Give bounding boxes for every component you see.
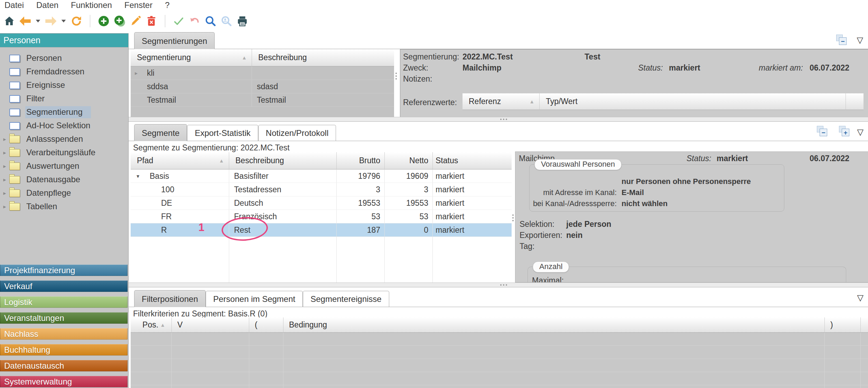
module-projektfinanzierung[interactable]: Projektfinanzierung bbox=[0, 265, 128, 276]
back-icon[interactable] bbox=[17, 14, 33, 28]
add-icon[interactable] bbox=[96, 14, 112, 28]
horizontal-splitter[interactable] bbox=[129, 117, 868, 122]
tab-segmentierungen[interactable]: Segmentierungen bbox=[134, 32, 215, 49]
menu-daten[interactable]: Daten bbox=[36, 0, 58, 10]
column-header-netto[interactable]: Netto bbox=[385, 152, 433, 169]
folder-icon bbox=[9, 163, 20, 170]
exportieren-value: nein bbox=[566, 231, 582, 240]
expand-icon[interactable]: ▸ bbox=[0, 190, 9, 196]
segmentierungen-table: Segmentierung▲ Beschreibung ▸kli sddsa s… bbox=[131, 49, 394, 117]
horizontal-splitter[interactable] bbox=[129, 283, 868, 287]
folder-icon bbox=[9, 190, 20, 197]
expand-icon[interactable]: ▸ bbox=[0, 176, 9, 183]
panel-splitter-handle[interactable] bbox=[512, 214, 514, 221]
forward-history-dropdown-icon[interactable] bbox=[62, 20, 66, 22]
sperre-value: nicht wählen bbox=[622, 199, 668, 208]
module-verkauf[interactable]: Verkauf bbox=[0, 280, 128, 292]
module-datenaustausch[interactable]: Datenaustausch bbox=[0, 360, 128, 371]
column-header-brutto[interactable]: Brutto bbox=[337, 152, 385, 169]
segment-row-100[interactable]: 100 Testadressen 3 3 markiert bbox=[131, 183, 512, 196]
sidebar-item-verarbeitungslaeufe[interactable]: ▸Verarbeitungsläufe bbox=[0, 146, 128, 159]
tab-personen-im-segment[interactable]: Personen im Segment bbox=[206, 291, 303, 307]
sidebar-item-anlassspenden[interactable]: ▸Anlassspenden bbox=[0, 132, 128, 146]
segment-row-fr[interactable]: FR Französisch 53 53 markiert bbox=[131, 210, 512, 223]
splitter-handle[interactable] bbox=[500, 119, 507, 120]
home-icon[interactable] bbox=[1, 14, 17, 28]
expand-icon[interactable]: ▸ bbox=[0, 149, 9, 156]
column-header-close-paren[interactable]: ) bbox=[825, 317, 861, 333]
sort-asc-icon: ▲ bbox=[160, 322, 165, 328]
menu-fenster[interactable]: Fenster bbox=[124, 0, 152, 10]
table-row[interactable]: ▸kli bbox=[131, 66, 394, 80]
table-row[interactable]: Testmail Testmail bbox=[131, 93, 394, 107]
menu-help[interactable]: ? bbox=[165, 0, 169, 10]
module-systemverwaltung[interactable]: Systemverwaltung bbox=[0, 376, 128, 387]
add-copy-icon[interactable] bbox=[112, 14, 128, 28]
column-header-beschreibung[interactable]: Beschreibung bbox=[252, 49, 394, 66]
anzahl-fieldset: Anzahl Maximal: bbox=[528, 267, 846, 283]
sidebar-item-auswertungen[interactable]: ▸Auswertungen bbox=[0, 159, 128, 173]
sidebar-item-ereignisse[interactable]: Ereignisse bbox=[0, 78, 128, 92]
sidebar-item-datenpflege[interactable]: ▸Datenpflege bbox=[0, 186, 128, 200]
collapse-icon[interactable]: ▾ bbox=[131, 173, 150, 179]
sidebar-item-personen[interactable]: Personen bbox=[0, 52, 128, 65]
collapse-panel-icon[interactable]: − bbox=[836, 35, 847, 45]
refresh-icon[interactable] bbox=[68, 14, 84, 28]
column-header-open-paren[interactable]: ( bbox=[249, 317, 283, 333]
table-row[interactable]: sddsa sdasd bbox=[131, 80, 394, 93]
expand-icon[interactable]: ▸ bbox=[131, 70, 147, 76]
column-header-pfad[interactable]: Pfad▲ bbox=[131, 152, 229, 169]
sidebar-item-tabellen[interactable]: ▸Tabellen bbox=[0, 200, 128, 213]
back-history-dropdown-icon[interactable] bbox=[36, 20, 40, 22]
details-splitter-handle[interactable] bbox=[395, 73, 397, 80]
panel-menu-dropdown-icon[interactable]: ▽ bbox=[857, 293, 864, 303]
column-header-v[interactable]: V bbox=[172, 317, 249, 333]
sidebar-item-adhoc-selektion[interactable]: Ad-Hoc Selektion bbox=[0, 119, 128, 132]
sidebar-item-fremdadressen[interactable]: Fremdadressen bbox=[0, 65, 128, 78]
print-icon[interactable] bbox=[234, 14, 250, 28]
column-header-referenz[interactable]: Referenz▲ bbox=[463, 93, 540, 110]
segment-row-basis[interactable]: ▾Basis Basisfilter 19796 19609 markiert bbox=[131, 169, 512, 183]
segment-row-de[interactable]: DE Deutsch 19553 19553 markiert bbox=[131, 196, 512, 210]
module-nachlass[interactable]: Nachlass bbox=[0, 328, 128, 340]
module-veranstaltungen[interactable]: Veranstaltungen bbox=[0, 312, 128, 324]
expand-panel-icon[interactable]: + bbox=[839, 126, 849, 136]
kanal-label: mit Adresse im Kanal: bbox=[530, 188, 617, 197]
folder-icon bbox=[9, 136, 20, 143]
expand-icon[interactable]: ▸ bbox=[0, 203, 9, 210]
menu-funktionen[interactable]: Funktionen bbox=[71, 0, 112, 10]
tab-notizen-protokoll[interactable]: Notizen/Protokoll bbox=[258, 125, 336, 141]
sidebar-item-datenausgabe[interactable]: ▸Datenausgabe bbox=[0, 173, 128, 186]
sidebar-item-segmentierung[interactable]: Segmentierung bbox=[0, 105, 128, 119]
confirm-icon[interactable] bbox=[171, 14, 187, 28]
expand-icon[interactable]: ▸ bbox=[0, 163, 9, 169]
tab-filterpositionen[interactable]: Filterpositionen bbox=[134, 290, 206, 307]
column-header-pos[interactable]: Pos.▲ bbox=[131, 317, 172, 333]
tab-segmente[interactable]: Segmente bbox=[134, 124, 187, 141]
undo-icon[interactable] bbox=[187, 14, 203, 28]
splitter-handle[interactable] bbox=[500, 284, 507, 286]
menu-datei[interactable]: Datei bbox=[4, 0, 24, 10]
column-header-bedingung[interactable]: Bedingung bbox=[283, 317, 825, 333]
column-header-beschreibung[interactable]: Beschreibung bbox=[229, 152, 337, 169]
panel-menu-dropdown-icon[interactable]: ▽ bbox=[857, 35, 863, 45]
sort-asc-icon: ▲ bbox=[219, 158, 224, 164]
column-header-typ-wert[interactable]: Typ/Wert bbox=[540, 93, 846, 110]
search-icon[interactable] bbox=[203, 14, 218, 28]
tab-export-statistik[interactable]: Export-Statistik bbox=[187, 125, 258, 141]
forward-icon[interactable] bbox=[43, 14, 59, 28]
sidebar-header-personen[interactable]: Personen bbox=[0, 34, 128, 47]
edit-icon[interactable] bbox=[128, 14, 143, 28]
sidebar-item-filter[interactable]: Filter bbox=[0, 92, 128, 105]
filter-region: Filterpositionen Personen im Segment Seg… bbox=[129, 287, 868, 388]
panel-menu-dropdown-icon[interactable]: ▽ bbox=[857, 127, 864, 137]
collapse-panel-icon[interactable]: − bbox=[817, 126, 827, 136]
module-buchhaltung[interactable]: Buchhaltung bbox=[0, 344, 128, 355]
expand-icon[interactable]: ▸ bbox=[0, 136, 9, 142]
tab-segmentereignisse[interactable]: Segmentereignisse bbox=[303, 291, 389, 307]
person-search-icon[interactable] bbox=[218, 14, 234, 28]
module-logistik[interactable]: Logistik bbox=[0, 296, 128, 308]
column-header-segmentierung[interactable]: Segmentierung▲ bbox=[131, 49, 252, 66]
column-header-status[interactable]: Status bbox=[433, 152, 512, 169]
delete-icon[interactable] bbox=[143, 14, 159, 28]
